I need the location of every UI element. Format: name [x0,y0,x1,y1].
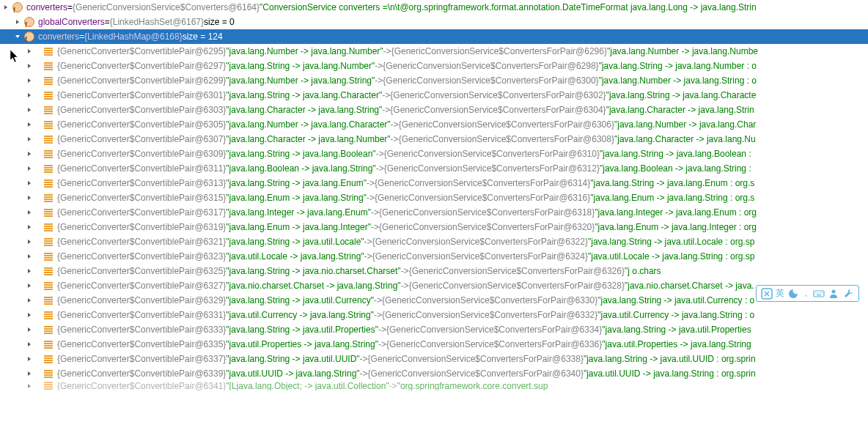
key-string: "java.lang.String -> java.util.UUID" [226,352,359,366]
key-ref: {GenericConverter$ConvertiblePair@6321} [57,234,226,249]
ime-badge-icon [761,288,773,300]
key-string: "java.lang.Character -> java.lang.Number… [226,132,390,147]
value-string: "java.lang.String -> java.lang.Characte [606,88,757,103]
arrow-sep: -> [378,322,386,337]
tree-row[interactable]: {GenericConverter$ConvertiblePair@6321} … [0,234,868,249]
key-ref: {GenericConverter$ConvertiblePair@6303} [57,103,226,117]
svg-rect-1 [814,291,824,297]
expand-arrow-icon[interactable] [23,148,35,160]
expand-arrow-icon[interactable] [23,45,35,57]
expand-arrow-icon[interactable] [23,60,35,72]
tree-row[interactable]: {GenericConverter$ConvertiblePair@6303} … [0,103,868,117]
tree-row[interactable]: {GenericConverter$ConvertiblePair@6317} … [0,205,868,220]
tree-row[interactable]: {GenericConverter$ConvertiblePair@6323} … [0,249,868,264]
tree-row[interactable]: {GenericConverter$ConvertiblePair@6307} … [0,132,868,147]
expand-arrow-icon[interactable] [0,1,12,13]
expand-arrow-icon[interactable] [23,368,35,379]
expand-arrow-icon[interactable] [23,294,35,306]
tree-row[interactable]: {GenericConverter$ConvertiblePair@6301} … [0,88,868,103]
ime-overlay[interactable]: 英 ， [756,285,859,302]
value-ref: {GenericConversionService$ConvertersForP… [384,147,600,161]
tree-row[interactable]: fconverters = {GenericConversionService$… [0,0,868,15]
key-string: "java.util.Locale -> java.lang.String" [226,249,364,264]
tree-row[interactable]: {GenericConverter$ConvertiblePair@6331} … [0,308,868,322]
tree-row[interactable]: {GenericConverter$ConvertiblePair@6335} … [0,337,868,352]
expand-arrow-icon[interactable] [23,236,35,248]
value-string: "java.lang.Enum -> java.lang.Integer : o… [595,220,757,234]
expand-arrow-icon[interactable] [23,89,35,101]
value-string: "java.lang.String -> java.lang.Enum : or… [590,176,754,190]
expand-arrow-icon[interactable] [23,353,35,365]
value-string: "java.util.Currency -> java.lang.String … [597,308,754,322]
tree-row[interactable]: {GenericConverter$ConvertiblePair@6319} … [0,220,868,234]
tree-row[interactable]: {GenericConverter$ConvertiblePair@6297} … [0,59,868,73]
arrow-sep: -> [374,293,382,308]
tree-row[interactable]: {GenericConverter$ConvertiblePair@6339} … [0,366,868,381]
expand-arrow-icon[interactable] [23,324,35,336]
object-ref: {LinkedHashSet@6167} [110,15,204,29]
key-string: "java.util.UUID -> java.lang.String" [226,366,359,381]
key-ref: {GenericConverter$ConvertiblePair@6315} [57,190,226,205]
tree-row[interactable]: {GenericConverter$ConvertiblePair@6309} … [0,147,868,161]
tree-row[interactable]: {GenericConverter$ConvertiblePair@6305} … [0,117,868,132]
tree-row[interactable]: {GenericConverter$ConvertiblePair@6341} … [0,381,868,390]
expand-arrow-icon[interactable] [12,16,23,28]
tree-row[interactable]: {GenericConverter$ConvertiblePair@6299} … [0,73,868,88]
expand-arrow-icon[interactable] [23,133,35,145]
key-string: "java.lang.Number -> java.lang.String" [226,73,375,88]
size-label: size = 0 [204,15,235,29]
value-ref: {GenericConversionService$ConvertersForP… [382,308,597,322]
value-ref: {GenericConversionService$ConvertersForP… [379,205,595,220]
moon-icon [787,288,799,300]
expand-arrow-icon[interactable] [12,31,23,42]
value-string: "java.lang.Number -> java.lang.Numbe [607,44,758,59]
value-string: "java.lang.Character -> java.lang.Nu [614,132,756,147]
svg-point-5 [822,292,823,293]
expand-arrow-icon[interactable] [23,251,35,262]
tree-row[interactable]: {GenericConverter$ConvertiblePair@6311} … [0,161,868,176]
debugger-tree[interactable]: fconverters = {GenericConversionService$… [0,0,868,390]
tree-row[interactable]: {GenericConverter$ConvertiblePair@6337} … [0,352,868,366]
arrow-sep: -> [375,59,383,73]
expand-arrow-icon[interactable] [23,207,35,218]
value-ref: {GenericConversionService$ConvertersForP… [386,322,602,337]
value-ref: {GenericConversionService$ConvertersForP… [368,366,584,381]
arrow-sep: -> [382,103,390,117]
expand-arrow-icon[interactable] [23,221,35,233]
expand-arrow-icon[interactable] [23,381,35,390]
tree-row[interactable]: {GenericConverter$ConvertiblePair@6333} … [0,322,868,337]
expand-arrow-icon[interactable] [23,265,35,277]
key-string: "java.lang.String -> java.nio.charset.Ch… [226,264,400,278]
value-ref: {GenericConversionService$ConvertersForP… [409,278,625,293]
tree-row[interactable]: {GenericConverter$ConvertiblePair@6313} … [0,176,868,190]
svg-point-4 [820,292,820,293]
arrow-sep: -> [371,205,379,220]
key-ref: {GenericConverter$ConvertiblePair@6333} [57,322,226,337]
value-string: "java.util.Locale -> java.lang.String : … [588,249,754,264]
expand-arrow-icon[interactable] [23,75,35,86]
tree-row[interactable]: fglobalConverters = {LinkedHashSet@6167}… [0,15,868,29]
key-ref: {GenericConverter$ConvertiblePair@6327} [57,278,226,293]
tree-row[interactable]: fconverters = {LinkedHashMap@6168} size … [0,29,868,44]
svg-point-2 [815,292,816,293]
expand-arrow-icon[interactable] [23,119,35,130]
tree-row[interactable]: {GenericConverter$ConvertiblePair@6329} … [0,293,868,308]
value-ref: {GenericConversionService$ConvertersForP… [399,132,614,147]
key-ref: {GenericConverter$ConvertiblePair@6337} [57,352,226,366]
expand-arrow-icon[interactable] [23,192,35,204]
expand-arrow-icon[interactable] [23,163,35,174]
tree-row[interactable]: {GenericConverter$ConvertiblePair@6295} … [0,44,868,59]
expand-arrow-icon[interactable] [23,309,35,321]
key-ref: {GenericConverter$ConvertiblePair@6297} [57,59,226,73]
expand-arrow-icon[interactable] [23,280,35,292]
value-string: "org.springframework.core.convert.sup [397,381,548,390]
tree-row[interactable]: {GenericConverter$ConvertiblePair@6327} … [0,278,868,293]
expand-arrow-icon[interactable] [23,104,35,116]
expand-arrow-icon[interactable] [23,338,35,350]
key-ref: {GenericConverter$ConvertiblePair@6305} [57,117,226,132]
tree-row[interactable]: {GenericConverter$ConvertiblePair@6315} … [0,190,868,205]
tree-row[interactable]: {GenericConverter$ConvertiblePair@6325} … [0,264,868,278]
key-ref: {GenericConverter$ConvertiblePair@6311} [57,161,226,176]
expand-arrow-icon[interactable] [23,177,35,189]
arrow-sep: -> [382,88,390,103]
